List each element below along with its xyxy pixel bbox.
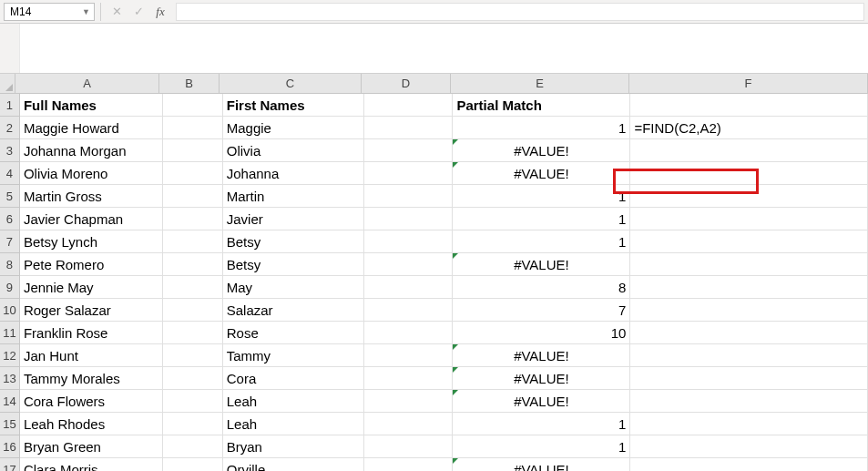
cell-A3[interactable]: Johanna Morgan xyxy=(20,139,163,162)
row-header-5[interactable]: 5 xyxy=(0,185,20,208)
cell-E4[interactable]: #VALUE! xyxy=(453,162,630,185)
cell-D7[interactable] xyxy=(364,230,454,253)
cell-A11[interactable]: Franklin Rose xyxy=(20,322,163,344)
cell-A4[interactable]: Olivia Moreno xyxy=(20,162,163,185)
cell-F5[interactable] xyxy=(630,185,868,208)
cell-E12[interactable]: #VALUE! xyxy=(453,344,630,367)
cell-A14[interactable]: Cora Flowers xyxy=(20,390,163,413)
cell-F16[interactable] xyxy=(630,435,868,458)
cell-F4[interactable] xyxy=(630,162,868,185)
cell-E15[interactable]: 1 xyxy=(453,413,630,435)
cell-C7[interactable]: Betsy xyxy=(223,230,364,253)
cell-A10[interactable]: Roger Salazar xyxy=(20,299,163,322)
cell-C14[interactable]: Leah xyxy=(223,390,364,413)
cell-D4[interactable] xyxy=(364,162,454,185)
cell-F10[interactable] xyxy=(630,299,868,322)
cell-C11[interactable]: Rose xyxy=(223,322,364,344)
cell-C16[interactable]: Bryan xyxy=(223,435,364,458)
cell-D8[interactable] xyxy=(364,253,454,276)
cell-E14[interactable]: #VALUE! xyxy=(453,390,630,413)
cell-B13[interactable] xyxy=(163,367,223,390)
cell-F3[interactable] xyxy=(630,139,868,162)
row-header-1[interactable]: 1 xyxy=(0,94,20,117)
cell-D3[interactable] xyxy=(364,139,454,162)
cell-B1[interactable] xyxy=(163,94,223,117)
cell-B7[interactable] xyxy=(163,230,223,253)
cell-B16[interactable] xyxy=(163,435,223,458)
cell-B10[interactable] xyxy=(163,299,223,322)
cell-B3[interactable] xyxy=(163,139,223,162)
cell-B14[interactable] xyxy=(163,390,223,413)
cell-E7[interactable]: 1 xyxy=(453,230,630,253)
cell-E13[interactable]: #VALUE! xyxy=(453,367,630,390)
row-header-3[interactable]: 3 xyxy=(0,139,20,162)
cell-E5[interactable]: 1 xyxy=(453,185,630,208)
cell-F7[interactable] xyxy=(630,230,868,253)
cell-F1[interactable] xyxy=(630,94,868,117)
row-header-2[interactable]: 2 xyxy=(0,117,20,139)
row-header-11[interactable]: 11 xyxy=(0,322,20,344)
cell-F15[interactable] xyxy=(630,413,868,435)
cell-E3[interactable]: #VALUE! xyxy=(453,139,630,162)
cell-E17[interactable]: #VALUE! xyxy=(453,458,630,471)
cell-C8[interactable]: Betsy xyxy=(223,253,364,276)
cell-D2[interactable] xyxy=(364,117,454,139)
row-header-17[interactable]: 17 xyxy=(0,458,20,471)
cell-E8[interactable]: #VALUE! xyxy=(453,253,630,276)
cell-D15[interactable] xyxy=(364,413,454,435)
cell-A15[interactable]: Leah Rhodes xyxy=(20,413,163,435)
cell-C13[interactable]: Cora xyxy=(223,367,364,390)
cell-D13[interactable] xyxy=(364,367,454,390)
cell-C1[interactable]: First Names xyxy=(223,94,364,117)
cell-E2[interactable]: 1 xyxy=(453,117,630,139)
cell-D12[interactable] xyxy=(364,344,454,367)
cell-A9[interactable]: Jennie May xyxy=(20,276,163,299)
cell-F17[interactable] xyxy=(630,458,868,471)
cell-E1[interactable]: Partial Match xyxy=(453,94,630,117)
cell-C12[interactable]: Tammy xyxy=(223,344,364,367)
cell-C17[interactable]: Orville xyxy=(223,458,364,471)
col-header-D[interactable]: D xyxy=(362,74,451,94)
cell-D14[interactable] xyxy=(364,390,454,413)
cell-B8[interactable] xyxy=(163,253,223,276)
formula-input[interactable] xyxy=(176,3,864,21)
cell-A5[interactable]: Martin Gross xyxy=(20,185,163,208)
row-header-14[interactable]: 14 xyxy=(0,390,20,413)
row-header-13[interactable]: 13 xyxy=(0,367,20,390)
cell-D11[interactable] xyxy=(364,322,454,344)
cell-B4[interactable] xyxy=(163,162,223,185)
cell-F8[interactable] xyxy=(630,253,868,276)
cell-F9[interactable] xyxy=(630,276,868,299)
cell-D5[interactable] xyxy=(364,185,454,208)
col-header-A[interactable]: A xyxy=(15,74,159,94)
cell-A2[interactable]: Maggie Howard xyxy=(20,117,163,139)
cell-C5[interactable]: Martin xyxy=(223,185,364,208)
cell-F12[interactable] xyxy=(630,344,868,367)
cell-E16[interactable]: 1 xyxy=(453,435,630,458)
row-header-4[interactable]: 4 xyxy=(0,162,20,185)
cell-A1[interactable]: Full Names xyxy=(20,94,163,117)
select-all-corner[interactable] xyxy=(0,74,15,94)
cell-C6[interactable]: Javier xyxy=(223,208,364,230)
cell-B12[interactable] xyxy=(163,344,223,367)
row-header-10[interactable]: 10 xyxy=(0,299,20,322)
cell-A13[interactable]: Tammy Morales xyxy=(20,367,163,390)
fx-icon[interactable]: fx xyxy=(150,3,170,21)
cancel-icon[interactable]: ✕ xyxy=(107,3,127,21)
cell-C10[interactable]: Salazar xyxy=(223,299,364,322)
name-box[interactable]: M14 ▼ xyxy=(4,3,95,21)
row-header-12[interactable]: 12 xyxy=(0,344,20,367)
cell-B11[interactable] xyxy=(163,322,223,344)
row-header-16[interactable]: 16 xyxy=(0,435,20,458)
cell-D1[interactable] xyxy=(364,94,454,117)
cell-C4[interactable]: Johanna xyxy=(223,162,364,185)
cell-C2[interactable]: Maggie xyxy=(223,117,364,139)
cell-D10[interactable] xyxy=(364,299,454,322)
cell-C9[interactable]: May xyxy=(223,276,364,299)
cell-E6[interactable]: 1 xyxy=(453,208,630,230)
cell-B15[interactable] xyxy=(163,413,223,435)
cell-B17[interactable] xyxy=(163,458,223,471)
cell-D9[interactable] xyxy=(364,276,454,299)
row-header-8[interactable]: 8 xyxy=(0,253,20,276)
row-header-7[interactable]: 7 xyxy=(0,230,20,253)
